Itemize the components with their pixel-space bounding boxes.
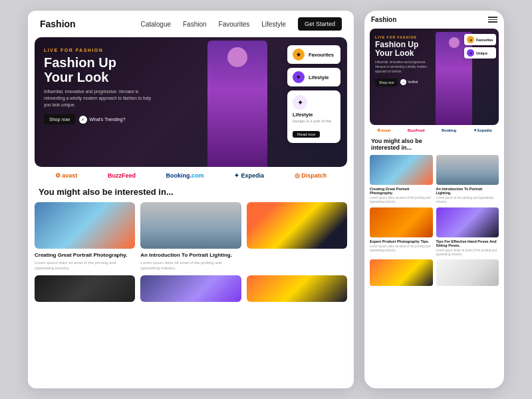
mobile-article-card-5[interactable] — [370, 259, 433, 286]
hero-text-block: LIVE FOR FASHION Fashion UpYour Look Inf… — [44, 48, 157, 124]
read-now-button[interactable]: Read now — [293, 131, 320, 138]
hamburger-menu[interactable] — [488, 17, 497, 23]
mobile-article-thumb-3 — [370, 207, 433, 237]
mobile-logo-strip: ⚙ avast BuzzFeed Booking ✦ Expedia — [364, 125, 504, 136]
mobile-trending-button[interactable]: ✓ Verified — [400, 79, 418, 85]
mobile-article-card-6[interactable] — [436, 259, 499, 286]
mobile-article-desc-2: Lorem ipsum of the printing and typesett… — [436, 196, 499, 204]
mobile-favourites-card[interactable]: ★ Favourites — [464, 34, 496, 45]
mobile-expedia-logo: ✦ Expedia — [473, 128, 492, 132]
hamburger-line-3 — [488, 21, 497, 23]
mobile-article-desc-4: Lorem ipsum dolor sit amet of the printi… — [436, 249, 499, 257]
nav-link-fashion[interactable]: Fashion — [183, 21, 207, 28]
mobile-buzzfeed-logo: BuzzFeed — [408, 128, 425, 132]
hero-title: Fashion UpYour Look — [44, 55, 157, 84]
article-card-5[interactable] — [140, 275, 241, 302]
mobile-nav: Fashion — [364, 11, 504, 29]
mobile-article-thumb-5 — [370, 259, 433, 286]
article-title-1: Creating Great Portrait Photography. — [35, 252, 135, 258]
mobile-article-card-1[interactable]: Creating Great Portrait Photography. Lor… — [370, 155, 433, 204]
dispatch-logo: ◎ Dispatch — [295, 172, 327, 179]
booking-logo: Booking.com — [166, 172, 203, 179]
article-thumb-1 — [35, 202, 135, 249]
expedia-logo: ✦ Expedia — [234, 172, 264, 179]
desktop-panel: Fashion Catalogue Fashion Favourites Lif… — [28, 11, 354, 388]
mobile-favourites-label: Favourites — [476, 38, 493, 42]
mobile-hero-desc: Influential, innovative and progressive.… — [375, 61, 428, 74]
lifestyle-icon: ✦ — [293, 71, 305, 83]
nav-link-lifestyle[interactable]: Lifestyle — [261, 21, 286, 28]
article-title-2: An Introduction To Portrait Lighting. — [140, 252, 241, 258]
mobile-article-card-4[interactable]: Tips For Effective Hand Poses And Sittin… — [436, 207, 499, 257]
nav-link-catalogue[interactable]: Catalogue — [140, 21, 171, 28]
mobile-hero: LIVE FOR FASHION Fashion UpYour Look Inf… — [370, 29, 499, 125]
mobile-logo: Fashion — [371, 16, 396, 23]
mobile-favourites-icon: ★ — [467, 36, 474, 43]
favourites-label: Favourites — [309, 52, 334, 58]
avast-logo: ⚙ avast — [55, 172, 78, 179]
trending-button[interactable]: ✓ What's Trending? — [79, 116, 125, 124]
article-thumb-2 — [140, 202, 241, 249]
mobile-avast-logo: ⚙ avast — [377, 128, 391, 132]
mobile-article-thumb-6 — [436, 259, 499, 286]
buzzfeed-logo: BuzzFeed — [108, 172, 136, 179]
hero-desc: Influential, innovative and progressive.… — [44, 88, 157, 108]
mobile-articles-grid: Creating Great Portrait Photography. Lor… — [364, 155, 504, 256]
mobile-lifestyle-label: Unique — [476, 51, 487, 55]
lifestyle-large-icon: ✦ — [293, 95, 307, 110]
desktop-logo: Fashion — [40, 19, 76, 29]
lifestyle-card[interactable]: ✦ Lifestyle — [287, 68, 340, 86]
mobile-shop-button[interactable]: Shop now — [375, 78, 398, 86]
mobile-lifestyle-icon: ✦ — [467, 49, 474, 57]
article-card-4[interactable] — [35, 275, 135, 302]
articles-grid: Creating Great Portrait Photography. Lor… — [28, 202, 354, 271]
lifestyle-large-title: Lifestyle — [293, 112, 335, 118]
hero-model-image — [207, 41, 267, 167]
lifestyle-label: Lifestyle — [309, 74, 329, 80]
shop-now-button[interactable]: Shop now — [44, 114, 75, 124]
mobile-article-card-2[interactable]: An Introduction To Portrait Lighting. Lo… — [436, 155, 499, 204]
mobile-article-title-2: An Introduction To Portrait Lighting. — [436, 187, 499, 195]
article-thumb-3 — [247, 202, 347, 249]
mobile-check-icon: ✓ — [400, 79, 406, 85]
nav-link-favourites[interactable]: Favourites — [219, 21, 250, 28]
article-card-3[interactable] — [247, 202, 347, 271]
hamburger-line-2 — [488, 19, 497, 21]
mobile-panel: Fashion LIVE FOR FASHION Fashion UpYour … — [364, 11, 504, 388]
section-title: You might also be interested in... — [28, 184, 354, 202]
article-card-1[interactable]: Creating Great Portrait Photography. Lor… — [35, 202, 135, 271]
mobile-article-thumb-1 — [370, 155, 433, 185]
mobile-lifestyle-card[interactable]: ✦ Unique — [464, 47, 496, 59]
mobile-section-title: You might also beinterested in... — [364, 136, 504, 155]
lifestyle-large-desc: Design is a part of the — [293, 119, 335, 123]
hero-tagline: LIVE FOR FASHION — [44, 48, 157, 53]
check-icon: ✓ — [79, 116, 87, 124]
article-thumb-4 — [35, 275, 135, 302]
article-thumb-5 — [140, 275, 241, 302]
mobile-hero-title: Fashion UpYour Look — [375, 41, 428, 58]
logo-strip: ⚙ avast BuzzFeed Booking.com ✦ Expedia ◎… — [28, 167, 354, 184]
mobile-article-title-4: Tips For Effective Hand Poses And Sittin… — [436, 239, 499, 247]
hamburger-line-1 — [488, 17, 497, 18]
mobile-article-card-3[interactable]: Expert Product Photography Tips. Lorem i… — [370, 207, 433, 257]
article-desc-1: Lorem ipsum dolor sit amet of the printi… — [35, 260, 135, 271]
article-desc-2: Lorem ipsum dolor sit amet of the printi… — [140, 260, 241, 271]
get-started-button[interactable]: Get Started — [298, 17, 342, 31]
desktop-hero: LIVE FOR FASHION Fashion UpYour Look Inf… — [35, 37, 347, 167]
hero-cards: ★ Favourites ✦ Lifestyle ✦ Lifestyle Des… — [287, 45, 340, 143]
mobile-articles-row2 — [364, 256, 504, 286]
mobile-article-thumb-4 — [436, 207, 499, 237]
lifestyle-card-large[interactable]: ✦ Lifestyle Design is a part of the Read… — [287, 90, 340, 143]
mobile-article-thumb-2 — [436, 155, 499, 185]
hero-buttons: Shop now ✓ What's Trending? — [44, 114, 157, 124]
mobile-booking-logo: Booking — [442, 128, 456, 132]
mobile-hero-cards: ★ Favourites ✦ Unique — [464, 34, 496, 59]
mobile-article-title-3: Expert Product Photography Tips. — [370, 239, 433, 243]
mobile-hero-buttons: Shop now ✓ Verified — [375, 78, 493, 86]
mobile-article-desc-3: Lorem ipsum dolor sit amet of the printi… — [370, 245, 433, 253]
article-card-6[interactable] — [247, 275, 347, 302]
desktop-nav: Fashion Catalogue Fashion Favourites Lif… — [28, 11, 354, 37]
article-card-2[interactable]: An Introduction To Portrait Lighting. Lo… — [140, 202, 241, 271]
favourites-card[interactable]: ★ Favourites — [287, 45, 340, 64]
articles-grid-row2 — [28, 271, 354, 302]
